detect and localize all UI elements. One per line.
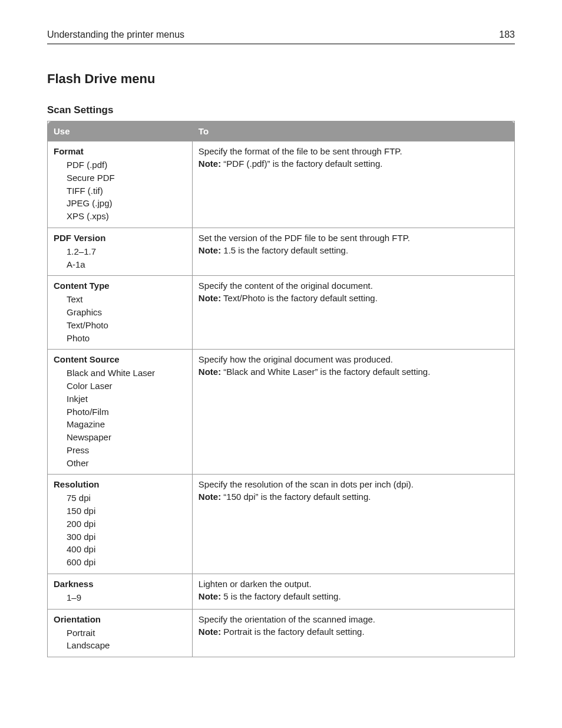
description: Specify how the original document was pr… [199,354,508,364]
option-value: Portrait [67,627,186,640]
option-value: PDF (.pdf) [67,159,186,172]
table-body: FormatPDF (.pdf)Secure PDFTIFF (.tif)JPE… [48,141,515,657]
note: Note: 1.5 is the factory default setting… [199,245,508,255]
table-row: FormatPDF (.pdf)Secure PDFTIFF (.tif)JPE… [48,141,515,228]
use-cell: PDF Version1.2–1.7A‑1a [48,228,193,276]
option-value: Photo/Film [67,406,186,419]
note-label: Note: [199,627,221,637]
to-cell: Specify the orientation of the scanned i… [192,609,514,657]
option-value: Other [67,457,186,470]
use-cell: FormatPDF (.pdf)Secure PDFTIFF (.tif)JPE… [48,141,193,228]
option-value: JPEG (.jpg) [67,197,186,210]
option-value: Magazine [67,418,186,431]
use-cell: Darkness1–9 [48,574,193,609]
option-value: Graphics [67,306,186,319]
option-values: 1.2–1.7A‑1a [54,245,186,271]
subsection-title: Scan Settings [47,104,515,116]
option-value: 400 dpi [67,543,186,556]
table-header-row: Use To [48,121,515,141]
option-name: Content Type [54,281,186,291]
note-text: “Black and White Laser” is the factory d… [221,367,430,377]
page-number: 183 [499,29,515,40]
option-values: TextGraphicsText/PhotoPhoto [54,293,186,344]
option-value: Inkjet [67,393,186,406]
table-row: Content SourceBlack and White LaserColor… [48,350,515,475]
option-name: Resolution [54,479,186,489]
to-cell: Specify the resolution of the scan in do… [192,475,514,574]
option-values: Black and White LaserColor LaserInkjetPh… [54,367,186,469]
note: Note: Portrait is the factory default se… [199,627,508,637]
option-value: Photo [67,332,186,345]
option-value: XPS (.xps) [67,210,186,223]
use-cell: Content TypeTextGraphicsText/PhotoPhoto [48,276,193,350]
note: Note: Text/Photo is the factory default … [199,293,508,303]
to-cell: Set the version of the PDF file to be se… [192,228,514,276]
option-values: 75 dpi150 dpi200 dpi300 dpi400 dpi600 dp… [54,492,186,569]
note-text: Portrait is the factory default setting. [221,627,364,637]
note-label: Note: [199,591,221,601]
note-text: “PDF (.pdf)” is the factory default sett… [221,159,382,169]
option-value: A‑1a [67,258,186,271]
option-value: 1.2–1.7 [67,245,186,258]
header-title: Understanding the printer menus [47,29,184,40]
note-label: Note: [199,245,221,255]
option-value: Text/Photo [67,319,186,332]
option-value: Color Laser [67,380,186,393]
option-value: 600 dpi [67,556,186,569]
option-name: Content Source [54,354,186,364]
table-row: Darkness1–9Lighten or darken the output.… [48,574,515,609]
table-row: Resolution75 dpi150 dpi200 dpi300 dpi400… [48,475,515,574]
description: Set the version of the PDF file to be se… [199,233,508,243]
option-values: PortraitLandscape [54,627,186,653]
option-name: PDF Version [54,233,186,243]
settings-table: Use To FormatPDF (.pdf)Secure PDFTIFF (.… [47,121,515,657]
page-header: Understanding the printer menus 183 [47,29,515,44]
option-value: Secure PDF [67,172,186,185]
option-value: Text [67,293,186,306]
table-header-use: Use [48,121,193,141]
description: Lighten or darken the output. [199,579,508,589]
use-cell: Resolution75 dpi150 dpi200 dpi300 dpi400… [48,475,193,574]
note: Note: “PDF (.pdf)” is the factory defaul… [199,159,508,169]
option-value: 1–9 [67,591,186,604]
note: Note: “Black and White Laser” is the fac… [199,367,508,377]
description: Specify the orientation of the scanned i… [199,614,508,624]
use-cell: OrientationPortraitLandscape [48,609,193,657]
note-text: Text/Photo is the factory default settin… [221,293,378,303]
page: Understanding the printer menus 183 Flas… [0,0,562,693]
note-text: 5 is the factory default setting. [221,591,340,601]
to-cell: Specify how the original document was pr… [192,350,514,475]
description: Specify the content of the original docu… [199,281,508,291]
option-value: Landscape [67,639,186,652]
description: Specify the format of the file to be sen… [199,146,508,156]
note-label: Note: [199,367,221,377]
note-text: 1.5 is the factory default setting. [221,245,348,255]
note: Note: 5 is the factory default setting. [199,591,508,601]
description: Specify the resolution of the scan in do… [199,479,508,489]
option-name: Format [54,146,186,156]
note-label: Note: [199,159,221,169]
to-cell: Lighten or darken the output.Note: 5 is … [192,574,514,609]
note-text: “150 dpi” is the factory default setting… [221,492,371,502]
option-value: Black and White Laser [67,367,186,380]
option-value: Press [67,444,186,457]
option-value: Newspaper [67,431,186,444]
option-name: Darkness [54,579,186,589]
option-value: 300 dpi [67,531,186,543]
use-cell: Content SourceBlack and White LaserColor… [48,350,193,475]
note-label: Note: [199,492,221,502]
note: Note: “150 dpi” is the factory default s… [199,492,508,502]
option-value: TIFF (.tif) [67,185,186,197]
option-value: 200 dpi [67,518,186,531]
option-values: 1–9 [54,591,186,604]
note-label: Note: [199,293,221,303]
to-cell: Specify the format of the file to be sen… [192,141,514,228]
option-value: 75 dpi [67,492,186,505]
option-values: PDF (.pdf)Secure PDFTIFF (.tif)JPEG (.jp… [54,159,186,223]
table-row: PDF Version1.2–1.7A‑1aSet the version of… [48,228,515,276]
section-title: Flash Drive menu [47,71,515,87]
table-header-to: To [192,121,514,141]
option-name: Orientation [54,614,186,624]
table-row: OrientationPortraitLandscapeSpecify the … [48,609,515,657]
option-value: 150 dpi [67,505,186,518]
